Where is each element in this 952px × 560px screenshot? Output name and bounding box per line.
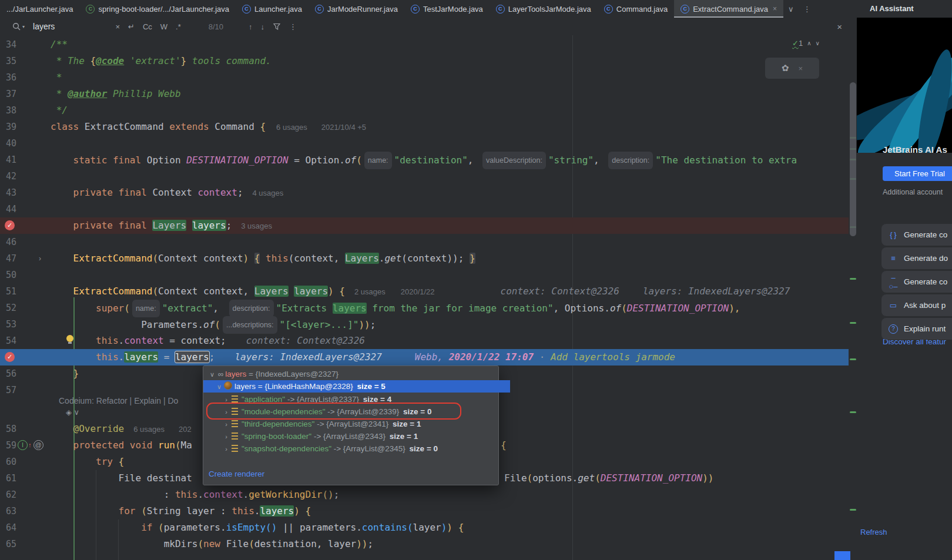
watch-row-layers[interactable]: ∨∞layers = {IndexedLayers@2327} — [203, 368, 503, 380]
token: name: — [364, 152, 392, 169]
tab-testjarmode-java[interactable]: CTestJarMode.java — [404, 0, 490, 18]
code-line-44[interactable]: 44 — [0, 201, 849, 217]
token: context, — [203, 286, 254, 297]
code-line-38[interactable]: 38 */ — [0, 102, 849, 119]
code-line-50[interactable]: 50 — [0, 267, 849, 283]
code-line-51[interactable]: 51 ExtractCommand(Context context, Layer… — [0, 283, 849, 300]
regex-toggle[interactable]: .* — [172, 22, 185, 31]
start-free-trial-button[interactable]: Start Free Trial — [883, 166, 952, 181]
next-problem-icon[interactable]: ∨ — [815, 40, 819, 46]
newline-icon[interactable]: ↵ — [124, 22, 139, 31]
code-line-45[interactable]: ✓ private final Layers layers;3 usages — [0, 217, 849, 234]
chevron-icon[interactable]: › — [222, 443, 230, 455]
code-line-46[interactable]: 46 — [0, 234, 849, 250]
tab-options-icon[interactable]: ⋮ — [799, 0, 816, 18]
codeium-icon[interactable]: ◈ ∨ — [66, 408, 79, 417]
code-line-64[interactable]: 64 if (parameters.isEmpty() || parameter… — [0, 519, 849, 536]
highlight-outline — [206, 403, 461, 420]
ai-card-generate-do[interactable]: ≡Generate do — [881, 247, 952, 269]
chevron-icon[interactable]: › — [222, 418, 230, 431]
token — [186, 220, 192, 231]
token: Parameters. — [141, 319, 203, 330]
intention-bulb-icon[interactable] — [66, 335, 73, 342]
ai-card-ask-about-p[interactable]: ▭Ask about p — [881, 294, 952, 316]
create-renderer-link[interactable]: Create renderer — [209, 470, 264, 478]
filter-icon[interactable] — [269, 22, 285, 31]
match-case-toggle[interactable]: Cc — [139, 22, 156, 31]
class-icon: C — [242, 5, 251, 14]
token: tools command. — [186, 55, 271, 66]
code-line-36[interactable]: 36 * — [0, 69, 849, 86]
code-line-39[interactable]: 39class ExtractCommand extends Command {… — [0, 119, 849, 135]
code-line-37[interactable]: 37 * @author Phillip Webb — [0, 86, 849, 102]
code-line-42[interactable]: 42 — [0, 168, 849, 185]
code-line-52[interactable]: 52 super(name:"extract", description:"Ex… — [0, 300, 849, 316]
clear-search-icon[interactable]: × — [111, 22, 124, 31]
class-icon: C — [604, 5, 613, 14]
next-match-button[interactable]: ↓ — [257, 22, 269, 31]
token: { — [254, 253, 260, 264]
search-input[interactable]: layers — [33, 22, 55, 31]
code-line-62[interactable]: 62 : this.context.getWorkingDir(); — [0, 487, 849, 503]
close-tab-icon[interactable]: × — [773, 5, 777, 13]
breakpoint-icon[interactable]: ✓ — [5, 352, 15, 362]
token: )) — [356, 538, 367, 549]
ai-card-generate-co[interactable]: { }Generate co — [881, 224, 952, 246]
token: destination — [254, 538, 317, 549]
selected-value-row[interactable]: ∨layers = {LinkedHashMap@2328} size = 5 — [203, 380, 510, 393]
map-entry-row[interactable]: ›"third-dependencies" -> {ArrayList@2341… — [203, 418, 517, 430]
tab-jarmoderunner-java[interactable]: CJarModeRunner.java — [309, 0, 404, 18]
inspections-widget[interactable]: ✓1 ∧ ∨ — [792, 39, 820, 48]
ai-card-generate-co[interactable]: ‒○‒Generate co — [881, 271, 952, 293]
map-entry-row[interactable]: ›"snapshot-dependencies" -> {ArrayList@2… — [203, 442, 517, 455]
vertical-scrollbar[interactable] — [850, 82, 856, 236]
tab--jarlauncher-java[interactable]: .../JarLauncher.java — [0, 0, 79, 18]
code-line-65[interactable]: 65 mkDirs(new File(destination, layer)); — [0, 536, 849, 552]
ai-card-explain-runt[interactable]: ?Explain runt — [881, 318, 952, 340]
chevron-icon[interactable]: ∨ — [208, 368, 216, 381]
prev-problem-icon[interactable]: ∧ — [807, 40, 811, 46]
overrides-method-icon[interactable]: I↑@ — [18, 440, 43, 450]
close-toolbar-icon[interactable]: × — [798, 64, 803, 73]
breakpoint-icon[interactable]: ✓ — [5, 220, 15, 230]
tab-command-java[interactable]: CCommand.java — [598, 0, 674, 18]
chevron-icon[interactable]: › — [222, 431, 230, 443]
refresh-link[interactable]: Refresh — [860, 528, 887, 536]
tab-layertoolsjarmode-java[interactable]: CLayerToolsJarMode.java — [490, 0, 598, 18]
code-line-34[interactable]: 34/** — [0, 36, 849, 53]
code-line-55[interactable]: ✓ this.layers = layers;layers: IndexedLa… — [0, 349, 849, 365]
line-number: 35 — [6, 53, 29, 69]
previous-match-button[interactable]: ↑ — [244, 22, 257, 31]
ai-card-label: Explain runt — [904, 324, 946, 333]
close-search-icon[interactable]: × — [833, 22, 846, 32]
ai-refactor-icon[interactable]: ✿ — [782, 63, 789, 73]
chevron-icon[interactable]: ∨ — [215, 381, 223, 393]
map-entry-row[interactable]: ›"spring-boot-loader" -> {ArrayList@2343… — [203, 430, 517, 442]
code-line-63[interactable]: 63 for (String layer : this.layers) { — [0, 503, 849, 519]
token: · — [534, 351, 551, 363]
code-line-47[interactable]: 47› ExtractCommand(Context context) { th… — [0, 250, 849, 267]
hidden-tabs-chevron-icon[interactable]: ∨ — [783, 0, 799, 18]
match-count: 8/10 — [209, 22, 223, 31]
class-icon: C — [681, 5, 689, 14]
code-line-40[interactable]: 40 — [0, 135, 849, 152]
code-line-43[interactable]: 43 private final Context context;4 usage… — [0, 185, 849, 201]
code-text: class ExtractCommand extends Command {6 … — [51, 119, 366, 135]
token: context — [407, 253, 447, 264]
whole-words-toggle[interactable]: W — [156, 22, 172, 31]
tab-launcher-java[interactable]: CLauncher.java — [236, 0, 309, 18]
code-line-35[interactable]: 35 * The {@code 'extract'} tools command… — [0, 53, 849, 69]
code-line-53[interactable]: 53 Parameters.of(...descriptions:"[<laye… — [0, 316, 849, 333]
tab-spring-boot-loader-jarlauncher-java[interactable]: Cspring-boot-loader/.../JarLauncher.java — [79, 0, 236, 18]
code-line-41[interactable]: 41 static final Option DESTINATION_OPTIO… — [0, 152, 849, 168]
class-icon: C — [411, 5, 420, 14]
value-text: layers = {LinkedHashMap@2328} — [234, 382, 357, 391]
search-options-icon[interactable]: ⋮ — [285, 22, 301, 31]
search-icon[interactable]: ▾ — [12, 22, 25, 32]
token: mkDirs — [164, 538, 198, 549]
entry-value: -> {ArrayList@2341} — [314, 420, 393, 428]
tab-extractcommand-java[interactable]: CExtractCommand.java× — [674, 0, 783, 18]
fold-marker-icon[interactable]: › — [39, 250, 41, 267]
code-line-54[interactable]: 54 this.context = context;context: Conte… — [0, 333, 849, 349]
codeium-hint[interactable]: Codeium: Refactor | Explain | Do — [59, 396, 178, 405]
